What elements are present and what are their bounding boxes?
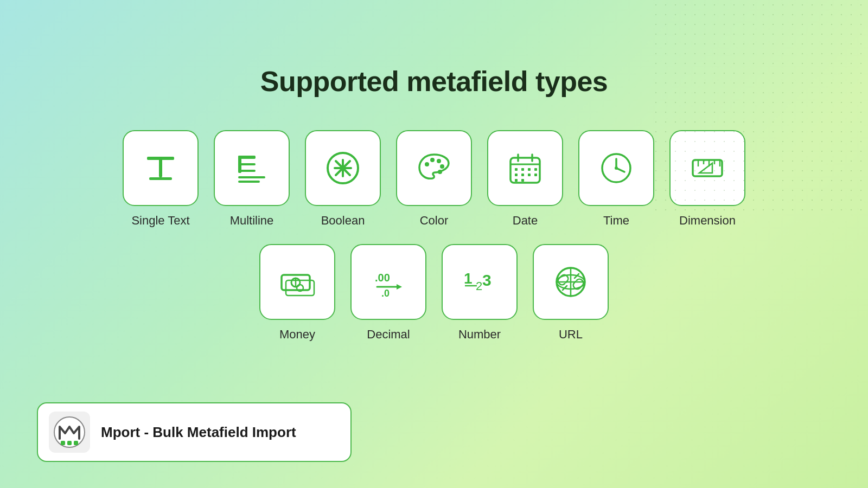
date-icon-box	[487, 130, 563, 206]
multiline-icon	[233, 149, 271, 187]
metafield-boolean[interactable]: Boolean	[305, 130, 381, 228]
svg-rect-62	[61, 441, 65, 445]
dimension-icon-box	[669, 130, 745, 206]
svg-point-17	[440, 164, 444, 169]
money-label: Money	[279, 328, 315, 342]
svg-rect-8	[238, 181, 260, 183]
metafield-decimal[interactable]: .00 .0 Decimal	[350, 244, 426, 342]
metafield-money[interactable]: Money	[259, 244, 335, 342]
svg-marker-51	[397, 284, 402, 290]
svg-text:1: 1	[464, 270, 473, 287]
brand-card[interactable]: Mport - Bulk Metafield Import	[37, 402, 352, 462]
single-text-label: Single Text	[131, 214, 189, 228]
date-label: Date	[513, 214, 538, 228]
page-wrapper: Supported metafield types Single Text	[0, 0, 868, 488]
brand-logo-icon	[53, 416, 86, 448]
svg-rect-6	[238, 170, 256, 172]
boolean-label: Boolean	[321, 214, 365, 228]
url-label: URL	[559, 328, 583, 342]
svg-rect-7	[238, 176, 265, 178]
svg-marker-43	[699, 163, 712, 173]
svg-rect-32	[521, 179, 524, 182]
date-icon	[506, 149, 544, 187]
number-icon: 1 2 3	[461, 263, 499, 301]
page-title: Supported metafield types	[260, 65, 608, 98]
svg-rect-2	[149, 177, 172, 180]
metafield-row-1: Single Text Multiline	[123, 130, 745, 228]
svg-rect-63	[67, 441, 72, 445]
money-icon	[278, 263, 316, 301]
time-icon	[597, 149, 635, 187]
svg-rect-23	[515, 168, 518, 171]
dimension-icon	[688, 149, 726, 187]
number-icon-box: 1 2 3	[442, 244, 518, 320]
svg-rect-27	[515, 174, 518, 176]
brand-logo	[49, 412, 90, 453]
svg-rect-1	[159, 157, 162, 177]
money-icon-box	[259, 244, 335, 320]
svg-rect-37	[693, 160, 722, 176]
metafield-date[interactable]: Date	[487, 130, 563, 228]
dimension-label: Dimension	[679, 214, 736, 228]
svg-point-36	[615, 166, 618, 170]
metafield-single-text[interactable]: Single Text	[123, 130, 199, 228]
svg-point-18	[438, 170, 442, 174]
url-icon-box	[533, 244, 609, 320]
time-icon-box	[578, 130, 654, 206]
number-label: Number	[458, 328, 501, 342]
svg-point-14	[425, 162, 429, 166]
svg-rect-29	[528, 174, 531, 176]
brand-title: Mport - Bulk Metafield Import	[101, 424, 296, 441]
single-text-icon	[142, 149, 180, 187]
color-icon	[415, 149, 453, 187]
svg-point-15	[430, 158, 435, 162]
svg-rect-31	[515, 179, 518, 182]
single-text-icon-box	[123, 130, 199, 206]
metafield-url[interactable]: URL	[533, 244, 609, 342]
url-icon	[552, 263, 590, 301]
boolean-icon-box	[305, 130, 381, 206]
svg-rect-64	[74, 441, 78, 445]
svg-text:.00: .00	[375, 272, 390, 284]
svg-text:3: 3	[482, 271, 492, 289]
decimal-icon-box: .00 .0	[350, 244, 426, 320]
decimal-icon: .00 .0	[369, 263, 407, 301]
metafield-row-2: Money .00 .0 Decimal 1	[259, 244, 609, 342]
boolean-icon	[324, 149, 362, 187]
time-label: Time	[603, 214, 629, 228]
metafield-time[interactable]: Time	[578, 130, 654, 228]
metafield-number[interactable]: 1 2 3 Number	[442, 244, 518, 342]
color-label: Color	[420, 214, 449, 228]
svg-rect-26	[534, 168, 537, 171]
svg-rect-24	[521, 168, 524, 171]
svg-point-16	[437, 159, 441, 163]
svg-rect-30	[534, 174, 537, 176]
metafield-multiline[interactable]: Multiline	[214, 130, 290, 228]
metafield-color[interactable]: Color	[396, 130, 472, 228]
multiline-label: Multiline	[230, 214, 274, 228]
svg-rect-25	[528, 168, 531, 171]
decimal-label: Decimal	[367, 328, 410, 342]
svg-rect-28	[521, 174, 524, 176]
svg-text:.0: .0	[381, 288, 390, 299]
multiline-icon-box	[214, 130, 290, 206]
metafield-dimension[interactable]: Dimension	[669, 130, 745, 228]
color-icon-box	[396, 130, 472, 206]
svg-rect-5	[238, 163, 256, 165]
